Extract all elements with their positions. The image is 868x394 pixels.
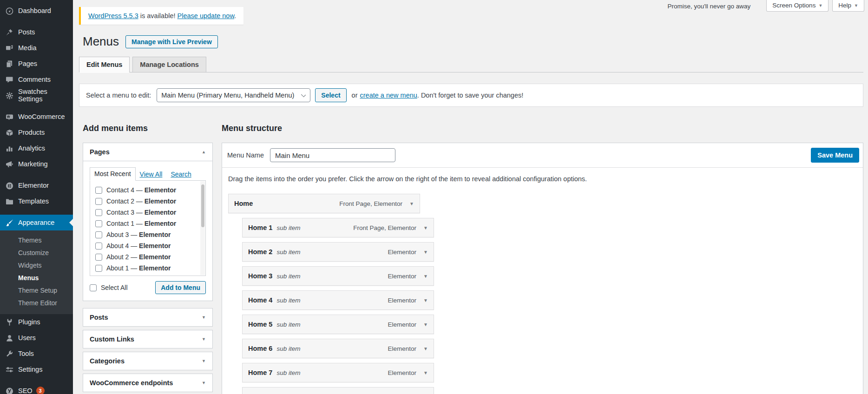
sidebar-item-analytics[interactable]: Analytics: [0, 140, 73, 156]
sidebar-item-products[interactable]: Products: [0, 125, 73, 140]
menu-select-dropdown[interactable]: Main Menu (Primary Menu, Handheld Menu): [157, 88, 310, 102]
page-checklist-label[interactable]: About 3 — Elementor: [106, 231, 171, 238]
menu-item-expand-arrow[interactable]: ▼: [423, 346, 428, 351]
sidebar-item-pages[interactable]: Pages: [0, 56, 73, 72]
sidebar-item-posts[interactable]: Posts: [0, 24, 73, 40]
sidebar-item-label: Media: [18, 44, 37, 52]
sub-item-tag: sub item: [276, 273, 300, 280]
wordpress-version-link[interactable]: WordPress 5.5.3: [88, 12, 138, 20]
sidebar-separator: [0, 103, 73, 109]
menu-item-label: Home 3: [248, 272, 272, 280]
sidebar-item-settings[interactable]: Settings: [0, 361, 73, 377]
pages-tab-view-all[interactable]: View All: [136, 168, 167, 181]
menu-item-home-3[interactable]: Home 3sub itemElementor▼: [242, 266, 434, 286]
page-checklist-label[interactable]: About 1 — Elementor: [106, 264, 171, 272]
page-checkbox[interactable]: [95, 220, 102, 227]
sidebar-item-marketing[interactable]: Marketing: [0, 156, 73, 172]
menu-item-expand-arrow[interactable]: ▼: [423, 225, 428, 230]
sidebar-item-elementor[interactable]: Elementor: [0, 177, 73, 193]
select-all-label[interactable]: Select All: [101, 284, 128, 291]
submenu-item-widgets[interactable]: Widgets: [0, 259, 73, 272]
menu-item-type: Elementor: [388, 369, 417, 376]
sidebar-item-templates[interactable]: Templates: [0, 193, 73, 209]
page-checklist-label[interactable]: Contact 3 — Elementor: [106, 209, 176, 216]
menu-item-expand-arrow[interactable]: ▼: [423, 322, 428, 327]
dashboard-icon: [5, 7, 14, 15]
submenu-item-customize[interactable]: Customize: [0, 247, 73, 259]
menu-item-home-2[interactable]: Home 2sub itemElementor▼: [242, 242, 434, 262]
select-all-row: Select All Add to Menu: [90, 281, 206, 294]
manage-live-preview-button[interactable]: Manage with Live Preview: [125, 35, 218, 48]
help-button[interactable]: Help▼: [832, 0, 864, 12]
page-checkbox[interactable]: [95, 198, 102, 205]
tools-icon: [5, 349, 14, 358]
menu-name-input[interactable]: [270, 148, 395, 162]
sub-item-tag: sub item: [276, 321, 300, 328]
accordion-toggle[interactable]: Custom Links▼: [83, 330, 212, 348]
sidebar-item-label: Templates: [18, 197, 49, 205]
menu-name-row: Menu Name Save Menu: [222, 143, 863, 168]
sidebar-item-users[interactable]: Users: [0, 330, 73, 346]
page-checklist-label[interactable]: Contact 4 — Elementor: [106, 186, 176, 194]
page-checkbox[interactable]: [95, 187, 102, 194]
sidebar-item-plugins[interactable]: Plugins: [0, 314, 73, 330]
sidebar-item-comments[interactable]: Comments: [0, 72, 73, 87]
menu-item-home-5[interactable]: Home 5sub itemElementor▼: [242, 315, 434, 334]
accordion-toggle[interactable]: Posts▼: [83, 309, 212, 326]
tab-edit-menus[interactable]: Edit Menus: [79, 57, 130, 72]
page-checkbox[interactable]: [95, 265, 102, 272]
create-new-menu-link[interactable]: create a new menu: [360, 92, 417, 99]
sidebar-item-woocommerce[interactable]: WooCommerce: [0, 109, 73, 125]
menu-item-label: Home 5: [248, 321, 272, 328]
posts-icon: [5, 28, 14, 37]
menu-item-home[interactable]: HomeFront Page, Elementor▼: [228, 194, 420, 213]
page-checklist-label[interactable]: About 4 — Elementor: [106, 242, 171, 250]
menu-item-home-8[interactable]: Home 8sub itemElementor▼: [242, 387, 434, 394]
page-checkbox[interactable]: [95, 243, 102, 250]
comments-icon: [5, 75, 14, 84]
submenu-item-theme-setup[interactable]: Theme Setup: [0, 284, 73, 297]
sidebar-item-media[interactable]: Media: [0, 40, 73, 56]
accordion-section-categories: Categories▼: [83, 352, 213, 370]
pages-tab-search[interactable]: Search: [166, 168, 195, 181]
menu-item-expand-arrow[interactable]: ▼: [423, 370, 428, 375]
sidebar-item-label: Swatches Settings: [18, 88, 69, 103]
sidebar-item-seo[interactable]: SEO3: [0, 383, 73, 394]
page-checkbox[interactable]: [95, 254, 102, 261]
pages-tab-most-recent[interactable]: Most Recent: [90, 167, 136, 181]
menu-item-home-1[interactable]: Home 1sub itemFront Page, Elementor▼: [242, 218, 434, 237]
submenu-item-theme-editor[interactable]: Theme Editor: [0, 297, 73, 309]
sidebar-item-dashboard[interactable]: Dashboard: [0, 3, 73, 19]
sidebar-item-swatches-settings[interactable]: Swatches Settings: [0, 87, 73, 103]
menu-item-expand-arrow[interactable]: ▼: [423, 298, 428, 303]
sidebar-item-label: Comments: [18, 76, 51, 83]
page-checkbox[interactable]: [95, 209, 102, 216]
pages-accordion-toggle[interactable]: Pages ▲: [83, 143, 212, 161]
accordion-toggle[interactable]: Categories▼: [83, 352, 212, 370]
submenu-item-themes[interactable]: Themes: [0, 234, 73, 247]
tab-manage-locations[interactable]: Manage Locations: [132, 57, 206, 72]
save-menu-button[interactable]: Save Menu: [811, 148, 859, 163]
page-checklist-label[interactable]: About 2 — Elementor: [106, 253, 171, 261]
scrollbar-thumb[interactable]: [201, 184, 204, 227]
add-to-menu-button[interactable]: Add to Menu: [155, 281, 206, 294]
page-checklist-item: About 2 — Elementor: [95, 251, 195, 263]
select-all-checkbox[interactable]: [90, 284, 97, 291]
sidebar-item-tools[interactable]: Tools: [0, 346, 73, 361]
sidebar-item-appearance[interactable]: Appearance: [0, 215, 73, 230]
submenu-item-menus[interactable]: Menus: [0, 272, 73, 284]
page-checkbox[interactable]: [95, 231, 102, 238]
screen-options-button[interactable]: Screen Options▼: [766, 0, 829, 12]
menu-item-expand-arrow[interactable]: ▼: [423, 274, 428, 279]
page-checklist-label[interactable]: Contact 1 — Elementor: [106, 220, 176, 227]
menu-item-home-7[interactable]: Home 7sub itemElementor▼: [242, 363, 434, 382]
update-now-link[interactable]: Please update now: [178, 12, 235, 20]
swatches-settings-icon: [5, 91, 14, 100]
menu-item-expand-arrow[interactable]: ▼: [409, 201, 414, 206]
accordion-toggle[interactable]: WooCommerce endpoints▼: [83, 374, 212, 392]
select-button[interactable]: Select: [315, 88, 346, 102]
menu-item-home-6[interactable]: Home 6sub itemElementor▼: [242, 339, 434, 358]
page-checklist-label[interactable]: Contact 2 — Elementor: [106, 197, 176, 205]
menu-item-home-4[interactable]: Home 4sub itemElementor▼: [242, 290, 434, 310]
menu-item-expand-arrow[interactable]: ▼: [423, 250, 428, 255]
